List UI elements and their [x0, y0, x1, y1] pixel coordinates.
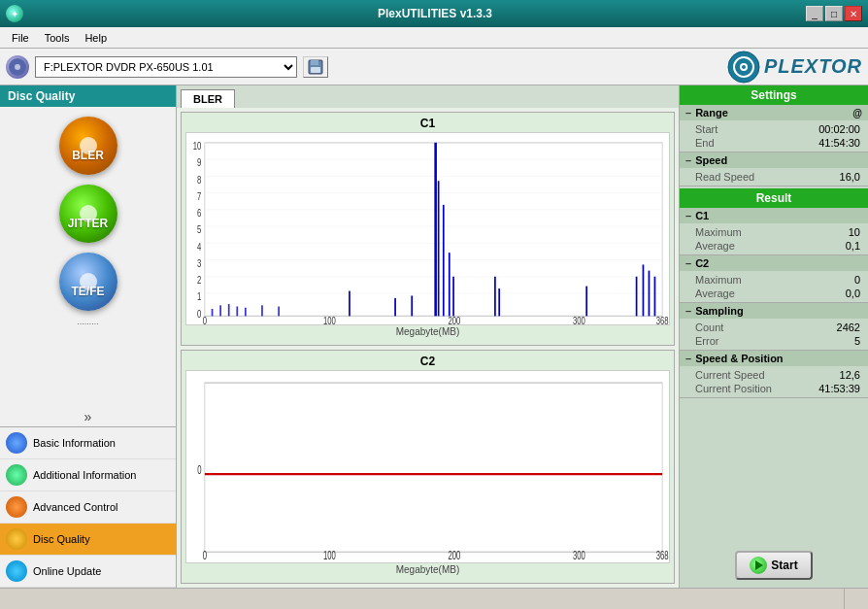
range-start-value: 00:02:00	[818, 123, 860, 135]
disc-icon-bler[interactable]: BLER	[20, 113, 156, 179]
svg-rect-56	[649, 271, 651, 317]
speed-rows: Read Speed 16,0	[680, 168, 868, 186]
online-update-icon	[6, 560, 27, 582]
range-section: – Range @ Start 00:02:00 End 41:54:30	[680, 105, 868, 152]
content-area: BLER C1 10 9 8 7 6 5 4 3 2	[177, 85, 679, 588]
c2-collapse-icon: –	[685, 257, 691, 269]
c1-result-header[interactable]: – C1	[680, 208, 868, 223]
menu-file[interactable]: File	[4, 30, 37, 46]
svg-text:300: 300	[573, 315, 585, 324]
svg-rect-37	[219, 305, 221, 316]
c1-result-label: C1	[695, 210, 709, 221]
charts-area: C1 10 9 8 7 6 5 4 3 2 1 0	[177, 108, 679, 588]
sidebar-item-online-label: Online Update	[33, 565, 101, 577]
c2-result-rows: Maximum 0 Average 0,0	[680, 271, 868, 302]
svg-rect-54	[636, 277, 638, 317]
c1-avg-label: Average	[695, 240, 735, 252]
svg-text:1: 1	[197, 290, 201, 303]
sidebar: Disc Quality BLER JITTER TE/FE	[0, 85, 177, 588]
c1-max-label: Maximum	[695, 226, 742, 238]
c1-max-row: Maximum 10	[680, 225, 868, 239]
range-at-icon: @	[852, 108, 862, 118]
expand-arrow[interactable]: »	[0, 407, 176, 426]
menu-tools[interactable]: Tools	[37, 30, 78, 46]
sidebar-item-basic[interactable]: Basic Information	[0, 427, 176, 459]
disc-icons-area: BLER JITTER TE/FE ·········	[0, 107, 176, 407]
menubar: File Tools Help	[0, 27, 868, 49]
sidebar-item-additional[interactable]: Additional Information	[0, 459, 176, 491]
c2-result-header[interactable]: – C2	[680, 255, 868, 271]
svg-text:368: 368	[656, 315, 669, 324]
c1-svg: 10 9 8 7 6 5 4 3 2 1 0	[186, 133, 669, 324]
sidebar-header: Disc Quality	[0, 85, 176, 107]
save-button[interactable]	[303, 56, 328, 78]
start-button[interactable]: Start	[735, 551, 813, 580]
current-speed-label: Current Speed	[695, 369, 765, 381]
c2-svg: 0 0 100 200 300 368	[186, 371, 669, 562]
plextor-logo: PLEXTOR	[727, 51, 862, 84]
c1-chart-area: 10 9 8 7 6 5 4 3 2 1 0	[185, 132, 670, 325]
svg-rect-59	[205, 383, 662, 552]
svg-text:8: 8	[197, 173, 201, 186]
c1-xlabel: Megabyte(MB)	[185, 326, 670, 337]
c2-max-row: Maximum 0	[680, 273, 868, 287]
svg-rect-42	[278, 307, 280, 317]
svg-rect-45	[411, 295, 413, 316]
svg-text:200: 200	[448, 548, 460, 562]
current-pos-label: Current Position	[695, 383, 772, 394]
range-label: Range	[695, 107, 728, 118]
sidebar-item-basic-label: Basic Information	[33, 437, 116, 449]
speed-collapse-icon: –	[685, 154, 691, 166]
speed-pos-rows: Current Speed 12,6 Current Position 41:5…	[680, 366, 868, 397]
svg-rect-51	[494, 277, 496, 317]
sidebar-item-disc[interactable]: Disc Quality	[0, 524, 176, 556]
c2-avg-label: Average	[695, 288, 735, 299]
svg-text:5: 5	[197, 223, 201, 236]
range-section-header[interactable]: – Range @	[680, 105, 868, 120]
right-panel: Settings – Range @ Start 00:02:00 End 41…	[679, 85, 868, 588]
svg-text:3: 3	[197, 256, 201, 269]
svg-text:4: 4	[197, 240, 202, 253]
speed-section-header[interactable]: – Speed	[680, 152, 868, 168]
sampling-section-header[interactable]: – Sampling	[680, 303, 868, 319]
current-pos-row: Current Position 41:53:39	[680, 382, 868, 395]
close-button[interactable]: ✕	[845, 6, 862, 21]
sampling-section: – Sampling Count 2462 Error 5	[680, 303, 868, 351]
range-start-row: Start 00:02:00	[680, 122, 868, 136]
sidebar-item-online[interactable]: Online Update	[0, 556, 176, 588]
svg-rect-55	[643, 264, 645, 316]
svg-rect-57	[654, 277, 656, 317]
svg-rect-4	[311, 67, 320, 73]
svg-text:0: 0	[197, 462, 201, 477]
sidebar-item-advanced-label: Advanced Control	[33, 501, 117, 513]
scroll-hint: ·········	[75, 317, 101, 330]
toolbar: F:PLEXTOR DVDR PX-650US 1.01 PLEXTOR	[0, 49, 868, 85]
current-speed-value: 12,6	[840, 369, 860, 381]
tab-bler[interactable]: BLER	[181, 89, 235, 108]
sidebar-nav: Basic Information Additional Information…	[0, 426, 176, 588]
disc-icon-jitter[interactable]: JITTER	[20, 181, 156, 247]
minimize-button[interactable]: _	[806, 6, 823, 21]
sampling-rows: Count 2462 Error 5	[680, 319, 868, 350]
range-rows: Start 00:02:00 End 41:54:30	[680, 120, 868, 152]
sidebar-item-advanced[interactable]: Advanced Control	[0, 491, 176, 524]
range-start-label: Start	[695, 123, 718, 135]
maximize-button[interactable]: □	[825, 6, 843, 21]
current-pos-value: 41:53:39	[818, 383, 860, 394]
svg-text:100: 100	[323, 548, 336, 562]
sampling-count-label: Count	[695, 321, 723, 333]
sidebar-item-additional-label: Additional Information	[33, 469, 136, 481]
c2-avg-value: 0,0	[846, 288, 860, 299]
statusbar	[0, 588, 868, 609]
speed-label: Speed	[695, 154, 727, 166]
sampling-collapse-icon: –	[685, 305, 691, 317]
drive-select[interactable]: F:PLEXTOR DVDR PX-650US 1.01	[35, 56, 297, 78]
speed-pos-header[interactable]: – Speed & Position	[680, 351, 868, 366]
tab-bar: BLER	[177, 85, 679, 108]
read-speed-label: Read Speed	[695, 171, 754, 183]
c2-max-value: 0	[854, 274, 860, 286]
disc-icon-tefe[interactable]: TE/FE	[20, 249, 156, 315]
svg-text:6: 6	[197, 207, 201, 220]
range-end-label: End	[695, 137, 715, 149]
menu-help[interactable]: Help	[77, 30, 115, 46]
